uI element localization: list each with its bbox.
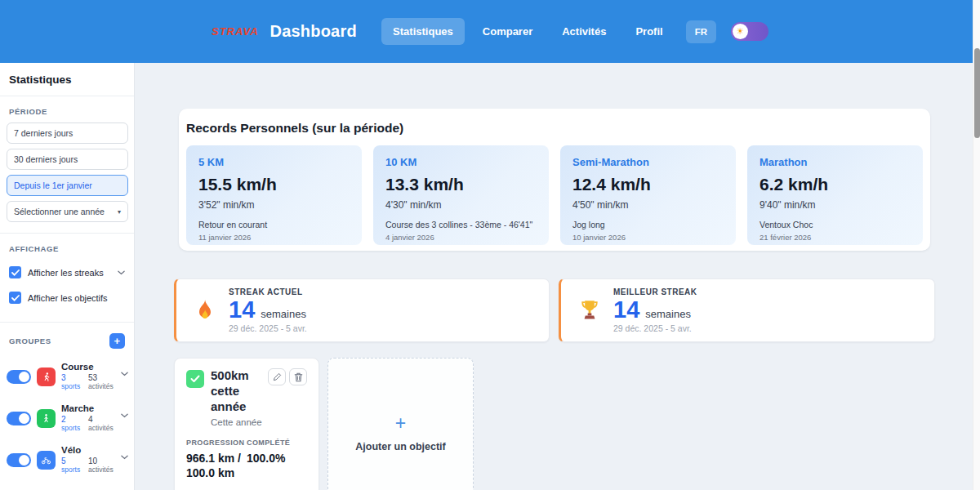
record-pace: 4'50" min/km: [572, 199, 724, 211]
group-sports-count: 3: [61, 373, 88, 382]
record-speed: 13.3 km/h: [385, 175, 537, 194]
current-streak-card: STREAK ACTUEL 14 semaines 29 déc. 2025 -…: [174, 278, 550, 342]
record-activity: Jog long: [572, 220, 724, 229]
plus-icon: +: [395, 414, 406, 433]
chevron-down-icon[interactable]: [121, 413, 128, 418]
group-activities-count: 4: [88, 415, 115, 424]
nav-item-statistiques[interactable]: Statistiques: [381, 18, 465, 45]
streak-label: MEILLEUR STREAK: [613, 287, 697, 296]
show-streaks-checkbox-row[interactable]: Afficher les streaks: [0, 260, 134, 285]
delete-goal-button[interactable]: [289, 368, 307, 385]
brand: STRAVA Dashboard: [212, 22, 357, 41]
language-button[interactable]: FR: [686, 20, 716, 43]
checkbox-checked-icon[interactable]: [9, 266, 21, 278]
record-speed: 12.4 km/h: [572, 175, 724, 194]
group-velo-body: Vélo 5 sports 10 activités: [61, 445, 115, 474]
runner-icon: [37, 368, 56, 386]
add-group-button[interactable]: +: [109, 333, 125, 349]
progression-value: 966.1 km / 100.0 km: [186, 451, 247, 480]
record-pace: 3'52" min/km: [198, 199, 350, 211]
edit-goal-button[interactable]: [268, 368, 286, 385]
complete-label: COMPLÉTÉ: [247, 439, 307, 447]
checkbox-checked-icon[interactable]: [9, 292, 21, 304]
group-marche-toggle[interactable]: [7, 412, 31, 425]
group-sports-label: sports: [61, 382, 88, 390]
nav-item-profil[interactable]: Profil: [624, 18, 674, 45]
group-sports-label: sports: [61, 424, 88, 432]
record-cards: 5 KM 15.5 km/h 3'52" min/km Retour en co…: [179, 136, 930, 245]
record-speed: 6.2 km/h: [760, 175, 911, 194]
streak-body: STREAK ACTUEL 14 semaines 29 déc. 2025 -…: [229, 287, 307, 333]
pencil-icon: [273, 372, 282, 381]
sidebar-title: Statistiques: [0, 63, 134, 96]
caret-down-icon: ▾: [118, 208, 121, 216]
sidebar: Statistiques PÉRIODE 7 derniers jours 30…: [0, 63, 135, 490]
group-course-body: Course 3 sports 53 activités: [61, 362, 115, 390]
sports-detectes-row[interactable]: SPORTS DÉTECTÉS 7: [0, 480, 134, 490]
record-date: 11 janvier 2026: [198, 233, 350, 242]
streak-date-range: 29 déc. 2025 - 5 avr.: [613, 323, 697, 333]
group-row-velo: Vélo 5 sports 10 activités: [0, 439, 134, 480]
record-pace: 4'30" min/km: [385, 199, 537, 211]
bike-icon: [37, 451, 56, 470]
goal-card: 500km cette année Cette année PROGRESSIO…: [174, 358, 319, 490]
flame-icon: [193, 299, 217, 322]
record-speed: 15.5 km/h: [198, 175, 350, 194]
period-30-days-button[interactable]: 30 derniers jours: [7, 149, 128, 170]
show-streaks-label: Afficher les streaks: [28, 268, 111, 278]
record-card-5km: 5 KM 15.5 km/h 3'52" min/km Retour en co…: [186, 145, 362, 245]
add-goal-label: Ajouter un objectif: [355, 441, 445, 452]
group-activities-label: activités: [88, 382, 115, 390]
nav-item-comparer[interactable]: Comparer: [471, 18, 544, 45]
records-title: Records Personnels (sur la période): [186, 109, 930, 136]
record-card-marathon: Marathon 6.2 km/h 9'40" min/km Ventoux C…: [747, 145, 923, 245]
period-7-days-button[interactable]: 7 derniers jours: [7, 122, 128, 144]
streak-value: 14: [229, 297, 255, 322]
period-since-january-button[interactable]: Depuis le 1er janvier: [7, 175, 128, 196]
group-name: Vélo: [61, 445, 115, 455]
scrollbar-thumb[interactable]: [974, 48, 980, 138]
show-goals-label: Afficher les objectifs: [28, 293, 125, 303]
top-navbar: STRAVA Dashboard Statistiques Comparer A…: [0, 0, 980, 63]
nav-item-activites[interactable]: Activités: [550, 18, 617, 45]
record-activity: Retour en courant: [198, 220, 350, 229]
group-marche-body: Marche 2 sports 4 activités: [61, 403, 115, 432]
add-goal-card[interactable]: + Ajouter un objectif: [327, 358, 474, 490]
chevron-down-icon[interactable]: [118, 270, 125, 275]
nav-links: Statistiques Comparer Activités Profil F…: [381, 18, 768, 45]
record-activity: Course des 3 collines - 33ème - 46'41": [385, 220, 537, 229]
check-icon: [186, 370, 204, 388]
streak-date-range: 29 déc. 2025 - 5 avr.: [229, 323, 307, 333]
goal-title: 500km cette année: [211, 368, 261, 414]
complete-value: 100.0%: [247, 451, 307, 466]
vertical-scrollbar[interactable]: [973, 0, 980, 490]
strava-logo: STRAVA: [212, 25, 259, 38]
record-date: 21 février 2026: [760, 233, 911, 242]
groupes-section-label: GROUPES +: [0, 323, 134, 355]
affichage-section-label: AFFICHAGE: [0, 234, 134, 260]
group-row-course: Course 3 sports 53 activités: [0, 355, 134, 397]
page-title: Dashboard: [270, 22, 357, 41]
periode-section-label: PÉRIODE: [0, 96, 134, 122]
record-distance: 5 KM: [198, 156, 350, 168]
progression-label: PROGRESSION: [186, 439, 247, 447]
trophy-icon: [577, 299, 602, 322]
group-row-marche: Marche 2 sports 4 activités: [0, 397, 134, 439]
trash-icon: [294, 372, 303, 382]
year-select[interactable]: Sélectionner une année ▾: [7, 201, 128, 222]
chevron-down-icon[interactable]: [121, 455, 128, 460]
group-activities-count: 10: [88, 457, 115, 466]
theme-toggle[interactable]: ☀: [731, 22, 768, 41]
record-distance: Semi-Marathon: [572, 156, 724, 168]
group-course-toggle[interactable]: [7, 370, 31, 384]
record-distance: Marathon: [760, 156, 911, 168]
group-velo-toggle[interactable]: [7, 453, 31, 467]
dashboard-app: STRAVA Dashboard Statistiques Comparer A…: [0, 0, 980, 490]
record-card-semi-marathon: Semi-Marathon 12.4 km/h 4'50" min/km Jog…: [560, 145, 736, 245]
chevron-down-icon[interactable]: [121, 372, 128, 376]
streak-unit: semaines: [645, 308, 691, 320]
record-date: 4 janvier 2026: [385, 233, 537, 242]
group-sports-count: 2: [61, 415, 88, 424]
show-goals-checkbox-row[interactable]: Afficher les objectifs: [0, 285, 134, 310]
records-panel: Records Personnels (sur la période) 5 KM…: [179, 109, 930, 251]
